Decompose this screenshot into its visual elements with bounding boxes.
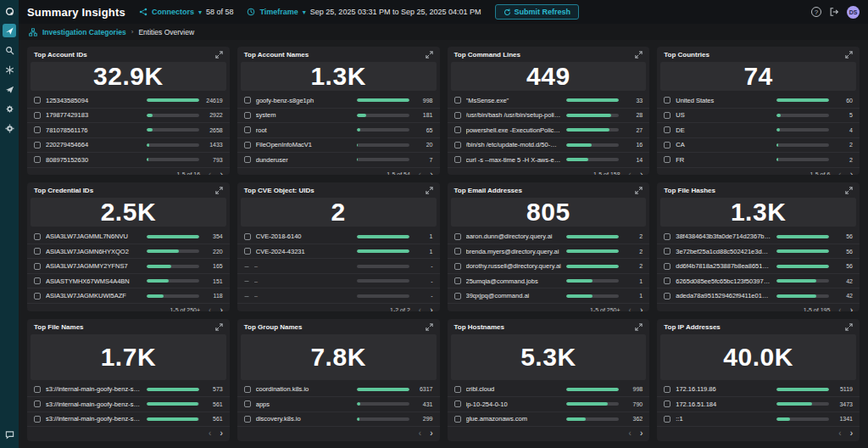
entity-row[interactable]: goofy-benz-s8ge1ph 998: [237, 93, 440, 109]
entity-row[interactable]: curl -s --max-time 5 -H X-aws-ec2-metada…: [448, 153, 650, 168]
prev-page-icon[interactable]: ‹: [419, 171, 421, 176]
next-page-icon[interactable]: ›: [640, 306, 643, 311]
row-checkbox[interactable]: [664, 248, 670, 255]
settings-gear-icon[interactable]: [3, 121, 16, 135]
row-checkbox[interactable]: [244, 156, 251, 163]
entity-row[interactable]: ASIASTYMHX67WMS4A4BN 151: [27, 274, 230, 289]
row-checkbox[interactable]: [34, 293, 41, 300]
row-checkbox[interactable]: [244, 112, 251, 119]
plane-icon[interactable]: [3, 82, 16, 96]
entity-row[interactable]: US 5: [657, 109, 860, 124]
entity-row[interactable]: – -: [237, 274, 440, 289]
entity-row[interactable]: ASIA3LW7JAGMN6HYXQO2 220: [27, 244, 230, 260]
prev-page-icon[interactable]: ‹: [209, 171, 211, 176]
row-checkbox[interactable]: [454, 400, 461, 407]
entity-row[interactable]: powershell.exe -ExecutionPolicy AllSigne…: [448, 123, 650, 138]
entity-row[interactable]: 6265d085ee5fc65bc123f503970e7eeadde3e032…: [657, 274, 860, 289]
row-checkbox[interactable]: [454, 263, 461, 270]
row-checkbox[interactable]: [34, 386, 41, 393]
row-checkbox[interactable]: [34, 126, 41, 133]
search-icon[interactable]: [3, 43, 16, 57]
row-checkbox[interactable]: [664, 233, 670, 240]
entity-row[interactable]: /bin/sh /etc/update-motd.d/50-motd-news …: [448, 138, 650, 154]
entity-row[interactable]: United States 60: [657, 93, 860, 109]
entity-row[interactable]: 172.16.51.184 3473: [657, 397, 860, 412]
expand-icon[interactable]: [845, 51, 853, 59]
next-page-icon[interactable]: ›: [850, 171, 853, 176]
row-checkbox[interactable]: [34, 248, 41, 255]
entity-row[interactable]: aaron.dunn@directory.query.ai 2: [448, 229, 650, 244]
entity-row[interactable]: 781078561176 2658: [27, 123, 230, 138]
gear-icon[interactable]: [3, 102, 16, 115]
expand-icon[interactable]: [635, 187, 643, 194]
next-page-icon[interactable]: ›: [220, 171, 222, 176]
row-checkbox[interactable]: [244, 386, 251, 393]
row-checkbox[interactable]: [664, 97, 670, 104]
entity-row[interactable]: FR 2: [657, 153, 860, 168]
row-checkbox[interactable]: [454, 416, 461, 423]
row-checkbox[interactable]: [664, 126, 670, 133]
expand-icon[interactable]: [215, 51, 223, 59]
row-checkbox[interactable]: [664, 112, 670, 119]
submit-refresh-button[interactable]: Submit Refresh: [495, 4, 580, 20]
entity-row[interactable]: root 65: [237, 123, 440, 138]
next-page-icon[interactable]: ›: [430, 306, 432, 311]
row-checkbox[interactable]: [664, 156, 670, 163]
row-checkbox[interactable]: [244, 266, 249, 267]
connectors-control[interactable]: Connectors ▾ 58 of 58: [139, 8, 234, 16]
prev-page-icon[interactable]: ‹: [629, 171, 632, 176]
entity-row[interactable]: 808975152630 793: [27, 153, 230, 168]
expand-icon[interactable]: [426, 51, 433, 59]
row-checkbox[interactable]: [244, 280, 249, 282]
entity-row[interactable]: "MsSense.exe" 33: [448, 93, 650, 109]
avatar[interactable]: DS: [847, 6, 860, 19]
next-page-icon[interactable]: ›: [220, 429, 222, 438]
row-checkbox[interactable]: [664, 277, 670, 284]
entity-row[interactable]: system 181: [237, 109, 440, 124]
entity-row[interactable]: 25umqia@command.jobs 1: [448, 274, 650, 289]
entity-row[interactable]: CVE-2024-43231 1: [237, 244, 440, 260]
row-checkbox[interactable]: [454, 248, 461, 255]
entity-row[interactable]: ASIA3LW7JAGMML7N6NVU 354: [27, 229, 230, 244]
row-checkbox[interactable]: [664, 263, 670, 270]
entity-row[interactable]: 39qxjpq@command.ai 1: [448, 288, 650, 304]
next-page-icon[interactable]: ›: [640, 429, 643, 438]
row-checkbox[interactable]: [34, 277, 41, 284]
expand-icon[interactable]: [635, 323, 643, 331]
prev-page-icon[interactable]: ‹: [419, 306, 421, 311]
next-page-icon[interactable]: ›: [850, 306, 853, 311]
chat-icon[interactable]: [3, 428, 16, 441]
next-page-icon[interactable]: ›: [220, 306, 222, 311]
entity-row[interactable]: s3://internal-main-goofy-benz-s8ge1ph/cr…: [27, 383, 230, 398]
expand-icon[interactable]: [635, 51, 643, 59]
entity-row[interactable]: CVE-2018-6140 1: [237, 229, 440, 244]
entity-row[interactable]: 172.16.119.86 5119: [657, 383, 860, 398]
prev-page-icon[interactable]: ‹: [838, 171, 841, 176]
entity-row[interactable]: /usr/bin/bash /usr/bin/setup-policy-rout…: [448, 109, 650, 124]
entity-row[interactable]: s3://internal-main-goofy-benz-s8ge1ph/cr…: [27, 412, 230, 428]
row-checkbox[interactable]: [34, 156, 41, 163]
row-checkbox[interactable]: [34, 142, 41, 148]
row-checkbox[interactable]: [454, 233, 461, 240]
timeframe-control[interactable]: Timeframe ▾ Sep 25, 2025 03:31 PM to Sep…: [247, 8, 481, 16]
row-checkbox[interactable]: [454, 293, 461, 300]
row-checkbox[interactable]: [454, 126, 461, 133]
entity-row[interactable]: ::1 1341: [657, 412, 860, 428]
entity-row[interactable]: 125343585094 24619: [27, 93, 230, 109]
summary-insights-icon[interactable]: [3, 24, 16, 37]
entity-row[interactable]: discovery.k8s.io 299: [237, 412, 440, 428]
prev-page-icon[interactable]: ‹: [209, 429, 211, 438]
next-page-icon[interactable]: ›: [430, 171, 432, 176]
logout-icon[interactable]: [829, 7, 839, 17]
entity-row[interactable]: – -: [237, 259, 440, 274]
row-checkbox[interactable]: [244, 233, 251, 240]
expand-icon[interactable]: [426, 323, 433, 331]
row-checkbox[interactable]: [244, 248, 251, 255]
row-checkbox[interactable]: [664, 416, 670, 423]
snowflake-icon[interactable]: [3, 63, 16, 76]
entity-row[interactable]: CA 2: [657, 138, 860, 154]
expand-icon[interactable]: [845, 187, 853, 194]
next-page-icon[interactable]: ›: [850, 429, 853, 438]
entity-row[interactable]: 38f4384643b3fa0de714d2367b712c2e0fa1c89e…: [657, 229, 860, 244]
entity-row[interactable]: dorothy.russell@directory.query.ai 2: [448, 259, 650, 274]
